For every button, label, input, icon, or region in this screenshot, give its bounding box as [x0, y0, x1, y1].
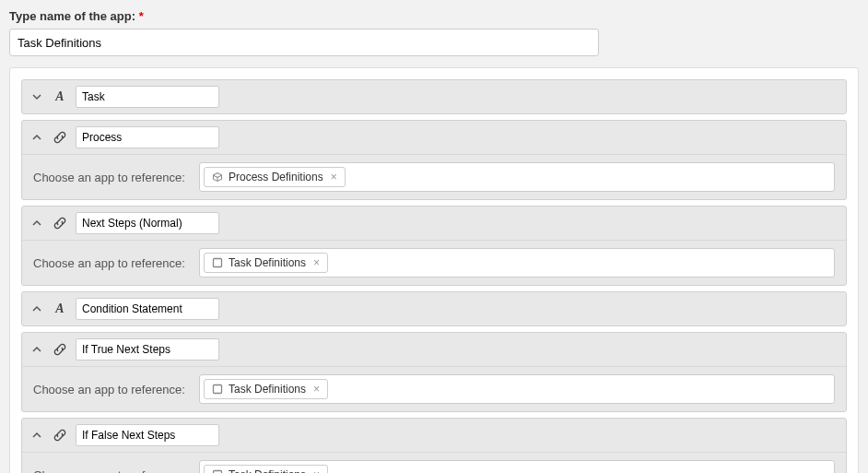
reference-chip-label: Process Definitions	[229, 171, 323, 183]
reference-label: Choose an app to reference:	[33, 383, 190, 396]
field-header	[22, 207, 846, 240]
field-name-input[interactable]	[76, 338, 219, 361]
reference-row: Choose an app to reference: Task Definit…	[22, 366, 846, 411]
remove-reference-button[interactable]: ×	[331, 171, 337, 183]
reference-chip: Process Definitions ×	[204, 167, 346, 187]
app-name-input[interactable]	[9, 29, 599, 56]
app-name-label: Type name of the app: *	[9, 9, 859, 23]
reference-label: Choose an app to reference:	[33, 171, 190, 184]
cube-icon	[212, 171, 223, 183]
square-icon	[212, 257, 223, 268]
link-type-icon	[52, 129, 68, 146]
remove-reference-button[interactable]: ×	[313, 468, 320, 473]
square-icon	[212, 384, 223, 395]
app-name-label-text: Type name of the app:	[9, 9, 135, 23]
reference-label: Choose an app to reference:	[33, 256, 190, 270]
remove-reference-button[interactable]: ×	[313, 256, 320, 269]
field-name-input[interactable]	[76, 212, 219, 234]
field-header	[22, 121, 846, 154]
svg-rect-0	[214, 259, 222, 267]
reference-select[interactable]: Task Definitions ×	[199, 374, 835, 404]
square-icon	[212, 469, 223, 473]
chevron-up-icon[interactable]	[29, 302, 44, 316]
svg-rect-1	[214, 385, 222, 394]
link-type-icon	[52, 427, 68, 443]
chevron-up-icon[interactable]	[29, 216, 44, 231]
link-type-icon	[52, 215, 68, 231]
fields-panel: A Choose an app to reference: Process De…	[9, 67, 859, 473]
reference-chip-label: Task Definitions	[229, 256, 306, 269]
field-block-process: Choose an app to reference: Process Defi…	[21, 120, 847, 200]
field-block-condition-statement: A	[21, 291, 847, 326]
field-header	[22, 333, 846, 366]
chevron-down-icon[interactable]	[29, 89, 44, 104]
field-name-input[interactable]	[76, 126, 219, 148]
reference-label: Choose an app to reference:	[33, 468, 190, 474]
text-type-icon: A	[52, 301, 68, 317]
reference-select[interactable]: Task Definitions ×	[199, 460, 835, 473]
field-block-next-steps-normal: Choose an app to reference: Task Definit…	[21, 206, 847, 286]
reference-select[interactable]: Process Definitions ×	[199, 162, 835, 192]
field-block-task: A	[21, 79, 847, 114]
field-header	[22, 419, 846, 452]
reference-chip: Task Definitions ×	[204, 379, 328, 399]
field-name-input[interactable]	[76, 424, 219, 446]
reference-chip-label: Task Definitions	[229, 383, 306, 396]
field-block-if-false-next-steps: Choose an app to reference: Task Definit…	[21, 418, 847, 473]
remove-reference-button[interactable]: ×	[313, 383, 320, 396]
field-header: A	[22, 292, 846, 325]
text-type-icon: A	[52, 89, 68, 105]
reference-chip: Task Definitions ×	[204, 253, 328, 273]
reference-select[interactable]: Task Definitions ×	[199, 248, 835, 278]
chevron-up-icon[interactable]	[29, 130, 44, 145]
reference-row: Choose an app to reference: Task Definit…	[22, 452, 846, 473]
chevron-up-icon[interactable]	[29, 342, 44, 357]
field-header: A	[22, 80, 846, 113]
reference-chip: Task Definitions ×	[204, 465, 328, 473]
chevron-up-icon[interactable]	[29, 428, 44, 443]
link-type-icon	[52, 341, 68, 358]
reference-row: Choose an app to reference: Task Definit…	[22, 240, 846, 285]
field-name-input[interactable]	[76, 298, 219, 320]
required-indicator: *	[139, 9, 144, 23]
field-block-if-true-next-steps: Choose an app to reference: Task Definit…	[21, 332, 847, 412]
field-name-input[interactable]	[76, 86, 219, 108]
reference-row: Choose an app to reference: Process Defi…	[22, 154, 846, 199]
reference-chip-label: Task Definitions	[229, 468, 306, 473]
